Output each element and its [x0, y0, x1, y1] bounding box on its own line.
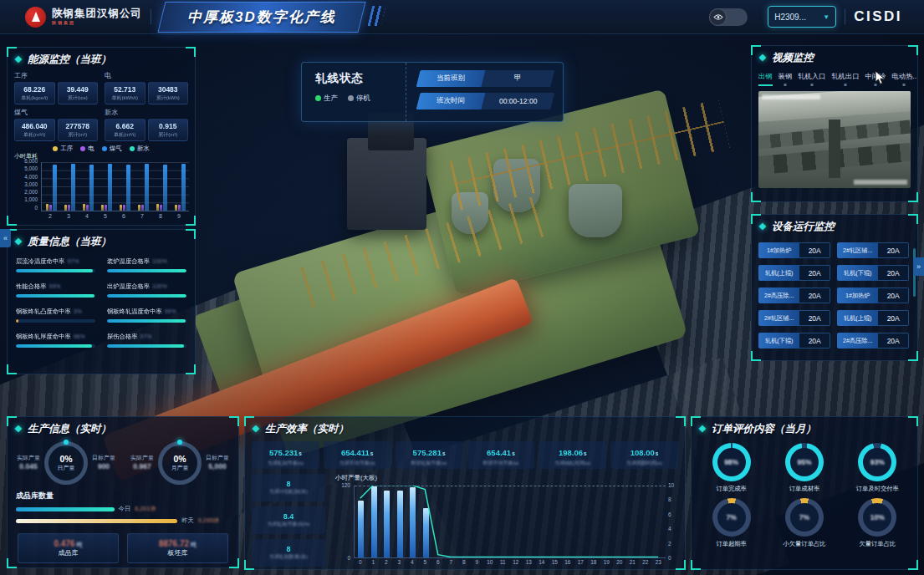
- y-tick: 1,000: [13, 197, 38, 202]
- order-metric: 7%订单超期率: [697, 498, 766, 548]
- inventory-section-title: 成品库数量: [8, 485, 238, 503]
- device-value: 20A: [878, 333, 909, 349]
- quality-progress-fill: [107, 319, 186, 323]
- target-output: 目标产量900: [92, 455, 115, 471]
- y-tick: 4,000: [13, 175, 38, 180]
- panel-device-monitor: ❖ 设备运行监控 1#加热炉20A2#轧区辅...20A轧机(上辊)20A轧机(…: [751, 214, 918, 361]
- energy-hourly-chart: 小时单耗 6,0005,0004,0003,0002,0001,0000 234…: [13, 154, 190, 224]
- quality-metric-row: 性能合格率99%: [16, 282, 95, 291]
- camera-osd-timestamp: [854, 180, 907, 185]
- panel-title: 订单评价内容（当月）: [712, 422, 816, 436]
- video-tab-装钢[interactable]: 装钢: [779, 72, 793, 86]
- energy-stat-label: 单耗(kgce/t): [16, 94, 54, 102]
- quality-progress-track: [16, 344, 95, 348]
- order-metric-label: 订单及时交付率: [856, 485, 899, 493]
- hour-bar: [384, 491, 390, 557]
- energy-bar-group: [120, 165, 130, 211]
- device-reading: 轧机(上辊)20A: [758, 265, 830, 281]
- energy-group-name: 电: [105, 71, 188, 80]
- x-tick: 13: [523, 559, 536, 565]
- diamond-icon: ❖: [758, 53, 767, 64]
- line-status-label: 当前班别: [416, 70, 486, 87]
- efficiency-stat-card: 198.06s当班纯轧时间(s): [539, 441, 606, 469]
- energy-bar-group: [46, 165, 57, 211]
- inventory-bar: [16, 519, 177, 523]
- header-divider: [845, 9, 845, 24]
- video-tab-电动热..[interactable]: 电动热..: [891, 72, 916, 86]
- y-tick: 8: [668, 496, 680, 502]
- quality-progress-track: [16, 294, 95, 298]
- x-tick: 1: [367, 559, 380, 565]
- quality-metric-row: 层流冷温度命中率97%: [16, 257, 95, 266]
- x-tick: 18: [587, 559, 600, 565]
- hour-bar: [358, 501, 364, 557]
- legend-item: 电: [80, 145, 94, 153]
- energy-bar: [68, 205, 70, 211]
- panel-title-row: ❖ 生产效率（实时）: [245, 417, 685, 440]
- order-metric: 98%订单完成率: [697, 443, 766, 493]
- panel-order-evaluation: ❖ 订单评价内容（当月） 98%订单完成率95%订单成材率93%订单及时交付率7…: [691, 416, 918, 570]
- hourly-output-chart: 小时产量(大板) 1200 01234567891011121314151617…: [332, 474, 678, 572]
- x-tick: 7: [445, 559, 458, 565]
- quality-progress-track: [107, 319, 186, 323]
- video-tab-出钢[interactable]: 出钢: [758, 72, 773, 86]
- energy-stat-label: 累计(m³): [59, 131, 97, 139]
- quality-progress-track: [107, 294, 186, 298]
- energy-bar: [181, 164, 186, 211]
- energy-bar: [123, 205, 125, 211]
- energy-stat-card: 6.662单耗(m³/t): [105, 119, 145, 141]
- order-metric-label: 订单超期率: [716, 540, 746, 548]
- device-value: 20A: [799, 333, 830, 349]
- right-panel-collapse-handle[interactable]: »: [913, 257, 924, 276]
- energy-stat-label: 累计(kWh): [150, 94, 187, 102]
- order-metric: 7%小欠量订单占比: [769, 498, 839, 548]
- eye-icon: [709, 8, 727, 26]
- heat-number-dropdown[interactable]: H2309... ▼: [768, 6, 836, 28]
- x-tick: 19: [600, 559, 614, 565]
- energy-bar: [83, 204, 85, 211]
- device-reading: 1#加热炉20A: [837, 288, 909, 303]
- y-tick: 0: [13, 206, 38, 211]
- order-donut-ring: 95%: [785, 443, 824, 481]
- order-metric-label: 欠量订单占比: [859, 540, 896, 548]
- energy-bar: [89, 165, 94, 211]
- hour-slot: [355, 501, 368, 557]
- energy-bar: [141, 205, 144, 211]
- x-tick: 3: [67, 213, 70, 219]
- device-label: 轧机(下辊): [758, 333, 799, 349]
- hourly-chart-plot: [354, 486, 666, 558]
- y-tick: 0: [668, 555, 680, 561]
- order-donut-ring: 98%: [712, 443, 751, 481]
- cctv-video-feed[interactable]: [758, 91, 911, 188]
- x-tick: 4: [85, 213, 89, 219]
- energy-stat-value: 486.040: [16, 122, 54, 130]
- quality-metric: 性能合格率99%: [16, 282, 95, 298]
- energy-stat-label: 累计(tce): [59, 94, 97, 102]
- panel-energy-monitor: ❖ 能源监控（当班） 工序68.226单耗(kgce/t)39.449累计(tc…: [7, 47, 196, 226]
- quality-progress-track: [16, 269, 95, 272]
- inventory-bar-row: 昨天9,265块: [8, 515, 238, 527]
- chevron-left-icon: «: [3, 234, 8, 242]
- chevron-right-icon: »: [916, 262, 921, 271]
- quality-metric: 钢板终轧温度命中率99%: [107, 308, 186, 323]
- panel-title-row: ❖ 订单评价内容（当月）: [692, 417, 917, 440]
- warehouse-card: 8876.72吨板坯库: [127, 533, 228, 563]
- panel-title: 设备运行监控: [772, 220, 835, 234]
- quality-progress-track: [107, 344, 186, 348]
- y-tick: 6,000: [13, 159, 38, 164]
- inventory-bar-value: 6,201块: [135, 505, 156, 513]
- video-tab-轧机入口[interactable]: 轧机入口: [798, 72, 825, 86]
- energy-bar: [49, 205, 52, 211]
- energy-bar: [126, 165, 130, 211]
- visibility-toggle[interactable]: [709, 8, 748, 26]
- video-tab-轧机出口[interactable]: 轧机出口: [831, 72, 859, 86]
- quality-metric-value: 99%: [48, 283, 60, 289]
- x-tick: 0: [354, 559, 367, 565]
- energy-chart-x-axis: 23456789: [41, 213, 188, 219]
- energy-bar-group: [83, 165, 94, 211]
- video-tab-中间冷[interactable]: 中间冷: [865, 72, 886, 86]
- left-panel-collapse-handle[interactable]: «: [0, 229, 11, 247]
- efficiency-side-card: 8当班轧制数量(块): [252, 539, 325, 567]
- x-tick: 2: [48, 213, 52, 219]
- quality-progress-fill: [16, 269, 93, 272]
